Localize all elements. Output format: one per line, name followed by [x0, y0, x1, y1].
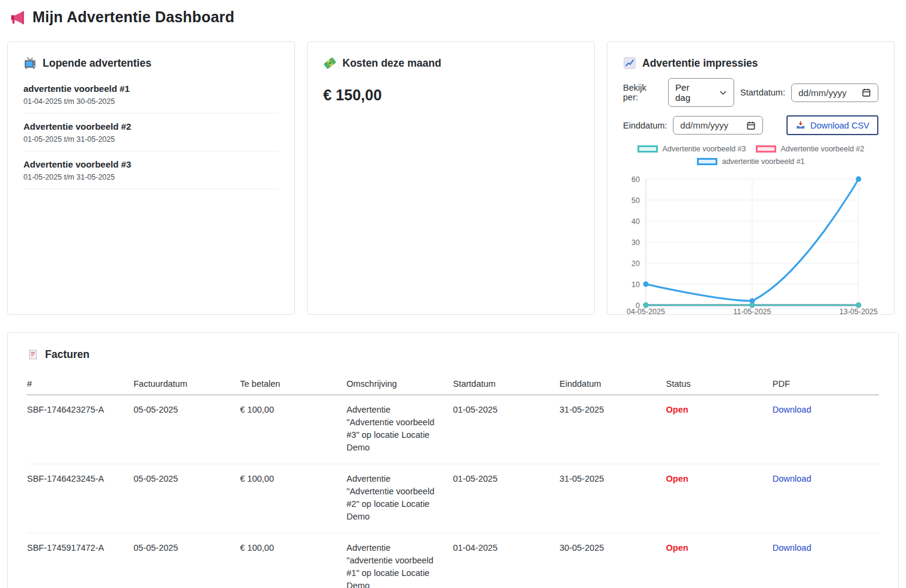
- download-csv-button[interactable]: Download CSV: [786, 115, 878, 135]
- chart-legend: Advertentie voorbeeld #3 Advertentie voo…: [623, 145, 878, 166]
- money-icon: [323, 56, 336, 70]
- invoice-date-cell: 05-05-2025: [133, 395, 240, 464]
- calendar-icon[interactable]: [746, 121, 756, 130]
- svg-text:11-05-2025: 11-05-2025: [733, 308, 771, 315]
- invoices-column-header: Einddatum: [559, 373, 666, 395]
- running-ads-list: advertentie voorbeeld #1 01-04-2025 t/m …: [23, 76, 279, 189]
- invoice-status-badge: Open: [666, 405, 689, 414]
- invoice-download-link[interactable]: Download: [773, 543, 812, 553]
- invoices-column-header: Startdatum: [453, 373, 559, 395]
- start-date-field[interactable]: [798, 88, 857, 98]
- end-date-input[interactable]: [673, 116, 763, 135]
- view-per-value: Per dag: [675, 82, 705, 103]
- invoice-start-cell: 01-05-2025: [453, 395, 559, 464]
- ad-period: 01-05-2025 t/m 31-05-2025: [23, 173, 279, 181]
- legend-item[interactable]: Advertentie voorbeeld #3: [637, 145, 746, 153]
- invoices-column-header: Factuurdatum: [133, 373, 240, 395]
- tv-icon: [23, 56, 37, 70]
- view-per-label: Bekijk per:: [623, 83, 662, 102]
- svg-text:04-05-2025: 04-05-2025: [627, 308, 665, 315]
- legend-label: Advertentie voorbeeld #2: [781, 145, 865, 153]
- invoice-download-link[interactable]: Download: [773, 405, 812, 414]
- top-cards-row: Lopende advertenties advertentie voorbee…: [7, 41, 899, 315]
- invoice-id-cell: SBF-1746423275-A: [27, 395, 133, 464]
- svg-text:60: 60: [631, 175, 640, 184]
- legend-swatch: [697, 158, 717, 165]
- ad-list-item: advertentie voorbeeld #1 01-04-2025 t/m …: [23, 76, 279, 114]
- chart-increasing-icon: [623, 56, 636, 70]
- running-ads-title-text: Lopende advertenties: [43, 57, 151, 70]
- page-title: Mijn Advertentie Dashboard: [32, 8, 234, 26]
- invoice-date-cell: 05-05-2025: [133, 464, 240, 533]
- legend-label: advertentie voorbeeld #1: [722, 157, 805, 166]
- invoices-column-header: #: [27, 373, 133, 395]
- invoice-id-cell: SBF-1746423245-A: [27, 464, 133, 533]
- ad-name: Advertentie voorbeeld #3: [23, 159, 279, 169]
- invoice-row: SBF-1745917472-A 05-05-2025 € 100,00 Adv…: [27, 533, 879, 588]
- invoices-column-header: Omschrijving: [347, 373, 453, 395]
- start-date-label: Startdatum:: [740, 88, 785, 97]
- invoice-amount-cell: € 100,00: [240, 533, 347, 588]
- page-header: Mijn Advertentie Dashboard: [7, 5, 899, 26]
- receipt-icon: [27, 349, 39, 361]
- ad-name: Advertentie voorbeeld #2: [23, 121, 279, 132]
- download-icon: [795, 120, 806, 130]
- invoices-column-header: Te betalen: [240, 373, 347, 395]
- invoices-title: Facturen: [27, 348, 879, 361]
- chevron-down-icon: [719, 89, 727, 97]
- svg-text:40: 40: [631, 217, 640, 226]
- invoices-column-header: PDF: [773, 373, 879, 395]
- invoice-id-cell: SBF-1745917472-A: [27, 533, 133, 588]
- legend-item[interactable]: advertentie voorbeeld #1: [697, 157, 805, 166]
- start-date-input[interactable]: [791, 83, 878, 102]
- ad-period: 01-05-2025 t/m 31-05-2025: [23, 135, 279, 144]
- invoices-column-header: Status: [666, 373, 773, 395]
- invoice-description-cell: Advertentie "Advertentie voorbeeld #2" o…: [347, 464, 453, 533]
- impressions-card: Advertentie impressies Bekijk per: Per d…: [607, 41, 895, 315]
- download-csv-label: Download CSV: [810, 121, 869, 130]
- legend-item[interactable]: Advertentie voorbeeld #2: [756, 145, 865, 153]
- impressions-chart: 010203040506004-05-202511-05-202513-05-2…: [623, 171, 880, 315]
- invoices-table-body: SBF-1746423275-A 05-05-2025 € 100,00 Adv…: [27, 395, 879, 588]
- megaphone-icon: [10, 10, 25, 25]
- invoice-end-cell: 30-05-2025: [559, 533, 666, 588]
- invoice-description-cell: Advertentie "Advertentie voorbeeld #3" o…: [347, 395, 453, 464]
- invoice-end-cell: 31-05-2025: [559, 464, 666, 533]
- ad-period: 01-04-2025 t/m 30-05-2025: [23, 97, 279, 106]
- end-date-label: Einddatum:: [623, 121, 667, 130]
- invoice-date-cell: 05-05-2025: [133, 533, 240, 588]
- running-ads-card: Lopende advertenties advertentie voorbee…: [7, 41, 295, 315]
- invoice-row: SBF-1746423275-A 05-05-2025 € 100,00 Adv…: [27, 395, 879, 464]
- invoice-status-badge: Open: [666, 543, 689, 553]
- running-ads-title: Lopende advertenties: [23, 56, 279, 70]
- impressions-controls-row-2: Einddatum: Download CSV: [623, 115, 878, 135]
- legend-swatch: [756, 145, 776, 153]
- invoices-title-text: Facturen: [45, 348, 90, 361]
- svg-text:30: 30: [631, 238, 640, 247]
- invoice-download-link[interactable]: Download: [773, 474, 812, 483]
- calendar-icon[interactable]: [862, 88, 871, 97]
- costs-card: Kosten deze maand € 150,00: [307, 41, 595, 315]
- ad-name: advertentie voorbeeld #1: [23, 83, 279, 94]
- impressions-title-text: Advertentie impressies: [642, 57, 758, 70]
- invoice-amount-cell: € 100,00: [240, 395, 347, 464]
- invoices-header-row: #FactuurdatumTe betalenOmschrijvingStart…: [27, 373, 879, 395]
- view-per-select[interactable]: Per dag: [668, 78, 734, 107]
- ad-list-item: Advertentie voorbeeld #2 01-05-2025 t/m …: [23, 114, 279, 151]
- end-date-field[interactable]: [680, 120, 739, 130]
- ad-list-item: Advertentie voorbeeld #3 01-05-2025 t/m …: [23, 151, 279, 189]
- invoice-amount-cell: € 100,00: [240, 464, 347, 533]
- costs-title-text: Kosten deze maand: [342, 57, 441, 70]
- costs-title: Kosten deze maand: [323, 56, 579, 70]
- invoices-card: Facturen #FactuurdatumTe betalenOmschrij…: [7, 332, 899, 588]
- svg-text:10: 10: [631, 280, 640, 289]
- costs-amount: € 150,00: [323, 86, 579, 104]
- invoice-start-cell: 01-05-2025: [453, 464, 559, 533]
- invoice-row: SBF-1746423245-A 05-05-2025 € 100,00 Adv…: [27, 464, 879, 533]
- invoice-end-cell: 31-05-2025: [559, 395, 666, 464]
- svg-text:20: 20: [631, 259, 640, 268]
- impressions-title: Advertentie impressies: [623, 56, 878, 70]
- impressions-controls-row-1: Bekijk per: Per dag Startdatum:: [623, 78, 878, 107]
- invoice-description-cell: Advertentie "advertentie voorbeeld #1" o…: [347, 533, 453, 588]
- svg-text:50: 50: [631, 196, 640, 205]
